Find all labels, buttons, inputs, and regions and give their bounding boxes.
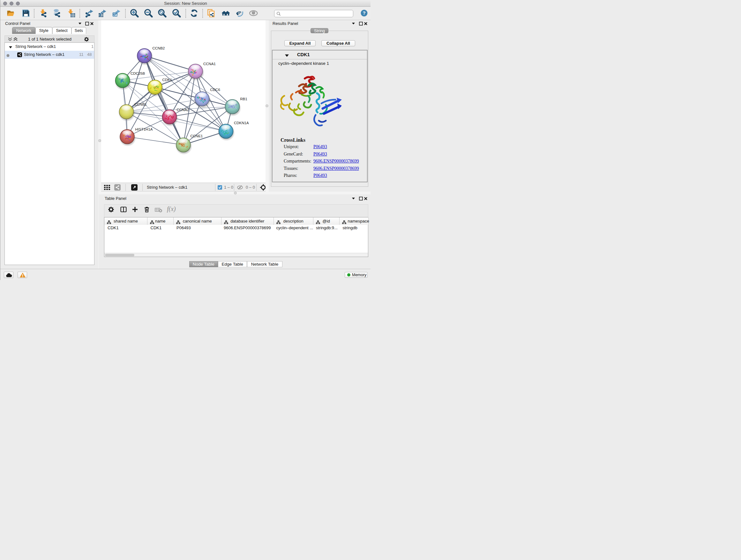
- svg-text:CDK1: CDK1: [162, 78, 172, 82]
- svg-text:HIST1H1A: HIST1H1A: [135, 127, 153, 131]
- svg-text:CCNB1: CCNB1: [134, 103, 147, 106]
- svg-text:CCNE1: CCNE1: [191, 134, 203, 138]
- svg-text:CCNA2: CCNA2: [177, 108, 189, 112]
- svg-text:RB1: RB1: [240, 97, 247, 101]
- svg-text:?: ?: [362, 10, 365, 16]
- svg-text:CDC25B: CDC25B: [131, 71, 145, 75]
- svg-text:CDC6: CDC6: [210, 88, 220, 91]
- svg-text:CCNA1: CCNA1: [203, 62, 216, 66]
- svg-text:CCNB2: CCNB2: [152, 46, 165, 50]
- svg-text:CDKN1A: CDKN1A: [234, 121, 249, 125]
